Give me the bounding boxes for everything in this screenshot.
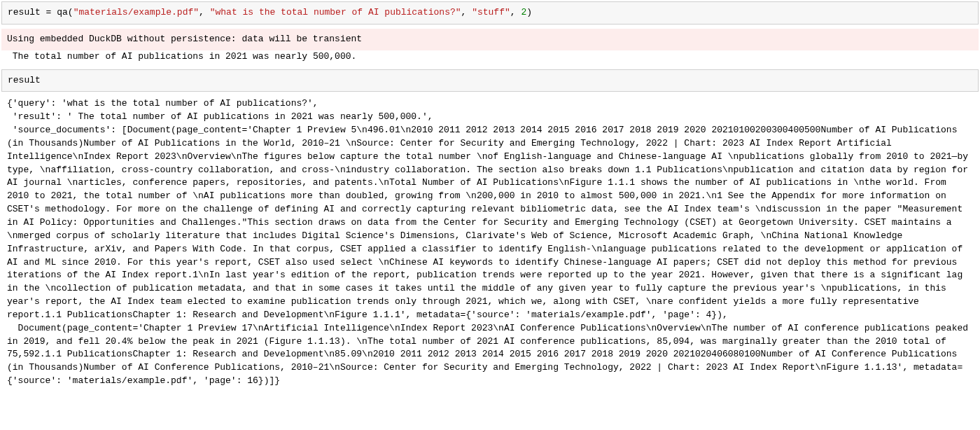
code-cell-2[interactable]: result bbox=[1, 69, 979, 92]
output-stdout: The total number of AI publications in 2… bbox=[1, 50, 979, 69]
code-token: qa bbox=[57, 7, 68, 18]
code-cell-1[interactable]: result = qa("materials/example.pdf", "wh… bbox=[1, 1, 979, 25]
code-token: = bbox=[41, 7, 57, 18]
code-token: result bbox=[8, 7, 41, 18]
code-string: "materials/example.pdf" bbox=[74, 7, 199, 18]
code-string: "stuff" bbox=[472, 7, 510, 18]
output-warning: Using embedded DuckDB without persistenc… bbox=[1, 29, 979, 50]
code-token: ( bbox=[68, 7, 74, 18]
code-token: result bbox=[8, 75, 41, 85]
output-result: {'query': 'what is the total number of A… bbox=[1, 96, 979, 392]
code-token: , bbox=[510, 7, 522, 18]
code-token: ) bbox=[526, 7, 532, 18]
code-string: "what is the total number of AI publicat… bbox=[210, 7, 461, 18]
code-token: , bbox=[199, 7, 210, 18]
code-token: , bbox=[461, 7, 472, 18]
